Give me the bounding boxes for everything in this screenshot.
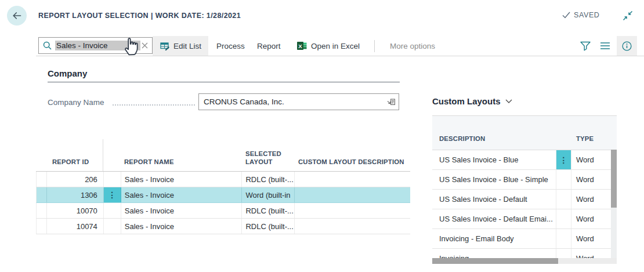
row-menu-cell[interactable] (556, 170, 571, 189)
lookup-icon[interactable] (386, 97, 396, 107)
selected-layout-cell[interactable]: RDLC (built-... (242, 172, 295, 187)
custom-layout-description-cell[interactable] (295, 203, 410, 218)
row-menu-cell[interactable] (556, 249, 571, 258)
report-name-cell[interactable]: Sales - Invoice (121, 172, 243, 187)
back-button[interactable] (7, 6, 27, 26)
vertical-scrollbar-thumb[interactable] (611, 150, 617, 208)
layout-description-cell[interactable]: Invoicing (432, 254, 556, 258)
selected-layout-cell[interactable]: RDLC (built-... (242, 219, 295, 234)
filter-funnel-icon (580, 41, 591, 51)
row-dots-menu-icon[interactable]: ⋮ (108, 191, 116, 199)
excel-icon: X (297, 41, 307, 50)
row-select-cell[interactable] (37, 187, 47, 202)
row-menu-cell[interactable] (556, 209, 571, 229)
report-name-cell[interactable]: Sales - Invoice (121, 219, 243, 234)
action-toolbar: Sales - Invoice Edit List Process (36, 36, 644, 56)
search-icon (43, 41, 52, 50)
view-list-button[interactable] (598, 36, 612, 56)
column-header-report-id[interactable]: REPORT ID (46, 139, 103, 171)
horizontal-scrollbar[interactable] (432, 258, 617, 264)
layout-description-cell[interactable]: US Sales Invoice - Default Emai... (432, 215, 556, 223)
layout-type-cell[interactable]: Word (571, 215, 611, 223)
report-label: Report (257, 42, 281, 50)
horizontal-scrollbar-thumb[interactable] (432, 258, 558, 264)
selected-layout-cell[interactable]: Word (built-in (242, 187, 295, 202)
report-layout-table: REPORT ID REPORT NAME SELECTED LAYOUT CU… (36, 139, 410, 234)
report-id-cell[interactable]: 1306 (47, 187, 104, 202)
row-dots-menu-icon[interactable]: ⋮ (560, 156, 568, 164)
custom-layouts-dropdown[interactable]: Custom Layouts (432, 96, 512, 106)
column-header-custom-layout-description[interactable]: CUSTOM LAYOUT DESCRIPTION (295, 139, 410, 171)
report-id-cell[interactable]: 10070 (47, 203, 104, 218)
report-name-cell[interactable]: Sales - Invoice (121, 187, 243, 202)
report-id-cell[interactable]: 206 (47, 172, 104, 187)
row-menu-cell[interactable] (104, 203, 121, 218)
table-row[interactable]: 10070 Sales - Invoice RDLC (built-... (36, 203, 410, 219)
chevron-down-icon (505, 99, 512, 104)
table-row[interactable]: 206 Sales - Invoice RDLC (built-... (36, 172, 410, 187)
custom-layouts-title: Custom Layouts (432, 96, 501, 106)
field-dotted-leader (113, 99, 195, 106)
layout-description-cell[interactable]: Invoicing - Email Body (432, 234, 556, 243)
layout-description-cell[interactable]: US Sales Invoice - Blue - Simple (432, 175, 556, 184)
process-menu-button[interactable]: Process (211, 36, 251, 56)
search-input[interactable]: Sales - Invoice (38, 37, 153, 54)
custom-layouts-rows: US Sales Invoice - Blue ⋮ Word US Sales … (432, 150, 611, 258)
layout-type-cell[interactable]: Word (571, 175, 611, 184)
report-id-cell[interactable]: 10074 (47, 219, 104, 234)
vertical-scrollbar[interactable] (611, 150, 617, 258)
more-options-button[interactable]: More options (384, 36, 441, 56)
open-in-excel-button[interactable]: X Open in Excel (291, 36, 366, 56)
custom-layout-row[interactable]: Invoicing - Email Body Word (432, 229, 611, 249)
layout-description-cell[interactable]: US Sales Invoice - Default (432, 195, 556, 204)
column-header-report-name[interactable]: REPORT NAME (121, 139, 242, 171)
company-section-divider (48, 82, 400, 82)
select-column-header (36, 139, 46, 171)
row-select-cell[interactable] (37, 203, 47, 218)
column-header-description[interactable]: DESCRIPTION (439, 135, 485, 142)
custom-layout-description-cell[interactable] (295, 172, 410, 187)
layout-type-cell[interactable]: Word (571, 155, 611, 164)
layout-description-cell[interactable]: US Sales Invoice - Blue (432, 155, 556, 164)
selected-layout-cell[interactable]: RDLC (built-... (242, 203, 295, 218)
custom-layout-row[interactable]: Invoicing Word (432, 249, 611, 258)
check-icon (562, 12, 570, 19)
process-label: Process (216, 42, 245, 50)
custom-layout-row[interactable]: US Sales Invoice - Default Emai... Word (432, 209, 611, 229)
layout-type-cell[interactable]: Word (571, 195, 611, 204)
clear-search-icon[interactable] (142, 42, 148, 49)
custom-layout-description-cell[interactable] (295, 187, 410, 202)
row-menu-cell[interactable]: ⋮ (104, 187, 121, 202)
table-row[interactable]: 10074 Sales - Invoice RDLC (built-... (36, 219, 410, 234)
custom-layout-row[interactable]: US Sales Invoice - Blue - Simple Word (432, 170, 611, 190)
toolbar-divider (374, 40, 375, 52)
row-menu-cell[interactable] (104, 172, 121, 187)
row-menu-cell[interactable] (556, 190, 571, 209)
layout-type-cell[interactable]: Word (571, 254, 611, 258)
search-value-selected-text: Sales - Invoice (55, 41, 140, 50)
edit-list-button[interactable]: Edit List (153, 36, 208, 56)
column-header-type[interactable]: TYPE (576, 135, 594, 142)
row-select-cell[interactable] (37, 172, 47, 187)
custom-layout-row-selected[interactable]: US Sales Invoice - Blue ⋮ Word (432, 150, 611, 170)
row-menu-cell[interactable] (556, 229, 571, 248)
row-select-cell[interactable] (37, 219, 47, 234)
info-pane-button[interactable] (617, 36, 637, 56)
info-icon (622, 41, 632, 51)
open-in-excel-label: Open in Excel (311, 42, 360, 50)
custom-layout-description-cell[interactable] (295, 219, 410, 234)
row-menu-cell[interactable] (104, 219, 121, 234)
layout-type-cell[interactable]: Word (571, 234, 611, 243)
column-header-selected-layout[interactable]: SELECTED LAYOUT (242, 139, 295, 171)
custom-layout-row[interactable]: US Sales Invoice - Default Word (432, 190, 611, 209)
collapse-page-button[interactable] (621, 9, 635, 23)
company-name-field[interactable]: CRONUS Canada, Inc. (198, 93, 399, 110)
report-menu-button[interactable]: Report (251, 36, 287, 56)
more-options-label: More options (390, 42, 435, 50)
filter-button[interactable] (578, 36, 592, 56)
edit-list-icon (160, 42, 169, 50)
report-name-cell[interactable]: Sales - Invoice (121, 203, 243, 218)
table-row-selected[interactable]: 1306 ⋮ Sales - Invoice Word (built-in (36, 187, 410, 203)
row-menu-cell[interactable]: ⋮ (556, 150, 571, 169)
back-arrow-icon (12, 10, 22, 21)
